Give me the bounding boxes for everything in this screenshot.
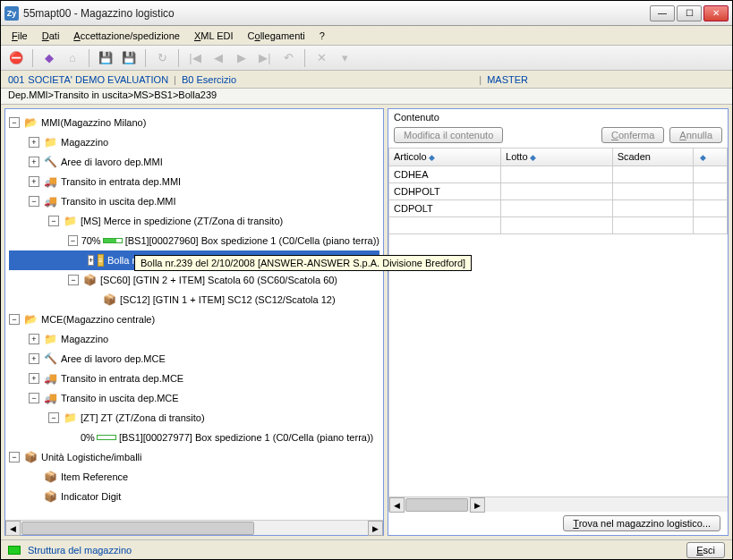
tree-node[interactable]: MMI(Magazzino Milano) (41, 117, 146, 128)
tree-node[interactable]: Transito in entrata dep.MMI (61, 176, 181, 187)
sort-icon: ◆ (530, 153, 536, 162)
truck-in-icon: 🚚 (43, 371, 57, 386)
tree-node[interactable]: Transito in uscita dep.MMI (61, 196, 176, 207)
tree-node[interactable]: [BS1][00027960] Box spedizione 1 (C0/Cel… (125, 235, 379, 246)
menu-dati[interactable]: Dati (37, 29, 65, 43)
tree-toggle[interactable]: − (48, 216, 59, 226)
close-button[interactable]: ✕ (703, 5, 729, 21)
undo-icon[interactable]: ↶ (278, 48, 298, 68)
truck-out-icon: 🚚 (43, 391, 57, 405)
content-panel: Contenuto Modifica il contenuto Conferma… (388, 108, 729, 536)
modify-content-button[interactable]: Modifica il contenuto (394, 127, 503, 143)
table-row[interactable]: CDPOLT (389, 199, 728, 216)
tree-node[interactable]: Indicator Digit (61, 491, 121, 502)
status-icon (8, 546, 21, 555)
status-text: Struttura del magazzino (28, 545, 679, 556)
tree-node[interactable]: MCE(Magazzino centrale) (41, 314, 155, 325)
tree-toggle[interactable]: + (29, 353, 39, 364)
content-grid[interactable]: Articolo◆ Lotto◆ Scaden ◆ CDHEA CDHPOLT … (388, 148, 728, 512)
tree-toggle[interactable]: + (29, 137, 39, 148)
menu-help[interactable]: ? (314, 29, 330, 43)
refresh-icon[interactable]: ↻ (152, 48, 172, 68)
content-header: Contenuto (388, 109, 728, 125)
next-icon[interactable]: ▶ (232, 48, 251, 68)
tree-toggle[interactable]: − (29, 196, 39, 207)
scroll-left-icon[interactable]: ◀ (5, 521, 21, 536)
last-icon[interactable]: ▶| (255, 48, 275, 68)
scroll-thumb[interactable] (21, 522, 254, 535)
grid-hscroll[interactable]: ◀ ▶ (389, 496, 728, 512)
book-icon[interactable]: ◆ (39, 48, 59, 68)
menu-accettazione[interactable]: Accettazione/spedizione (68, 29, 185, 43)
info-bo: B0 Esercizio (182, 74, 236, 85)
truck-in-icon: 🚚 (43, 174, 57, 189)
tree-toggle[interactable]: − (68, 275, 79, 285)
table-row[interactable]: CDHPOLT (389, 182, 728, 199)
menu-file[interactable]: File (6, 29, 33, 43)
tree-toggle[interactable]: − (9, 452, 20, 462)
tree-tooltip: Bolla nr.239 del 2/10/2008 [ANSWER-ANSWE… (134, 255, 472, 271)
tree-toggle[interactable]: − (48, 412, 59, 423)
tree-toggle[interactable]: + (29, 334, 39, 344)
scroll-right-icon[interactable]: ▶ (368, 521, 383, 536)
tree-node[interactable]: Unità Logistiche/imballi (41, 452, 142, 462)
tree-node[interactable]: [BS1][00027977] Box spedizione 1 (C0/Cel… (119, 432, 373, 443)
cancel-button[interactable]: Annulla (669, 127, 722, 143)
minimize-button[interactable]: ― (650, 5, 675, 21)
confirm-button[interactable]: Conferma (601, 127, 664, 143)
stop-icon[interactable]: ⛔ (6, 48, 26, 68)
tree-toggle[interactable]: − (68, 235, 78, 246)
tree-toggle[interactable]: + (88, 255, 94, 266)
tree-node[interactable]: Transito in uscita dep.MCE (61, 393, 179, 403)
scroll-left-icon[interactable]: ◀ (389, 497, 405, 513)
tree-toggle[interactable]: + (29, 373, 39, 384)
saveas-icon[interactable]: 💾 (119, 48, 139, 68)
tree-node[interactable]: Item Reference (61, 471, 128, 482)
col-lotto[interactable]: Lotto◆ (501, 148, 613, 165)
statusbar: Struttura del magazzino Esci (1, 539, 732, 559)
folder-icon: 📁 (63, 214, 77, 228)
col-scaden[interactable]: Scaden (612, 148, 694, 165)
tree-hscroll[interactable]: ◀ ▶ (5, 520, 383, 535)
tree-node[interactable]: [ZT] ZT (ZT/Zona di transito) (81, 412, 205, 423)
tree-node[interactable]: Aree di lavoro dep.MMI (61, 157, 163, 167)
tree-node[interactable]: Aree di lavoro dep.MCE (61, 353, 166, 364)
info-company: SOCIETA' DEMO EVALUATION (28, 74, 168, 85)
tree-node[interactable]: [SC12] [GTIN 1 + ITEM] SC12 (SC12/Scatol… (120, 294, 336, 305)
prev-icon[interactable]: ◀ (209, 48, 228, 68)
col-articolo[interactable]: Articolo◆ (389, 148, 501, 165)
tree-toggle[interactable]: − (9, 314, 20, 325)
first-icon[interactable]: |◀ (185, 48, 205, 68)
col-extra[interactable]: ◆ (694, 148, 728, 165)
tree-node[interactable]: Magazzino (61, 137, 108, 148)
scroll-thumb[interactable] (405, 498, 468, 512)
menu-xml-edi[interactable]: XML EDI (189, 29, 239, 43)
cell-articolo: CDHPOLT (389, 182, 501, 199)
tree-node[interactable]: Magazzino (61, 334, 108, 344)
tree-toggle[interactable]: + (29, 157, 39, 167)
tree-toggle[interactable]: − (9, 117, 20, 128)
hammer-icon: 🔨 (43, 155, 57, 169)
maximize-button[interactable]: ☐ (677, 5, 702, 21)
folder-icon: 📁 (43, 135, 57, 149)
save-icon[interactable]: 💾 (96, 48, 115, 68)
truck-out-icon: 🚚 (43, 194, 57, 208)
table-row[interactable]: CDHEA (389, 165, 728, 182)
tree-toggle[interactable]: − (29, 393, 39, 403)
find-warehouse-button[interactable]: Trova nel magazzino logistico... (563, 515, 720, 531)
dropdown-icon[interactable]: ▾ (335, 48, 354, 68)
tool-icon-1[interactable]: ⌂ (63, 48, 82, 68)
tree-node[interactable]: [SC60] [GTIN 2 + ITEM] Scatola 60 (SC60/… (100, 275, 337, 285)
progress-badge: 0% (81, 432, 116, 443)
tree-toggle[interactable]: + (29, 176, 39, 187)
exit-button[interactable]: Esci (686, 542, 725, 558)
folder-icon: 📁 (63, 411, 77, 425)
cell-articolo: CDHEA (389, 165, 501, 182)
scroll-right-icon[interactable]: ▶ (470, 497, 485, 513)
tree-node[interactable]: [MS] Merce in spedizione (ZT/Zona di tra… (81, 216, 283, 226)
tree[interactable]: −📂MMI(Magazzino Milano) +📁Magazzino +🔨Ar… (5, 109, 383, 520)
delete-icon[interactable]: ✕ (311, 48, 331, 68)
menu-collegamenti[interactable]: Collegamenti (243, 29, 311, 43)
tree-node[interactable]: Transito in entrata dep.MCE (61, 373, 183, 384)
cell-articolo: CDPOLT (389, 199, 501, 216)
